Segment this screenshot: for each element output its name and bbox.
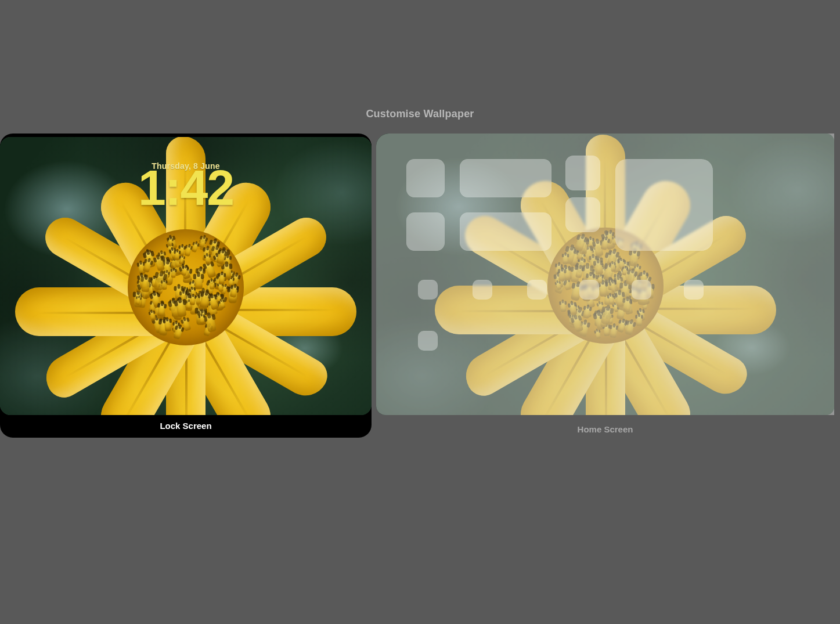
widget-small [565,156,600,190]
widget-small [406,212,445,251]
app-icon [473,280,492,300]
app-icon [527,280,547,300]
page-title: Customise Wallpaper [0,108,840,120]
home-grid-overlay [376,134,834,415]
app-icon [632,280,651,300]
lock-screen-label: Lock Screen [0,415,372,438]
wallpaper-customiser: Customise Wallpaper Thursday, 8 June 1:4… [0,0,840,624]
home-screen-card[interactable]: Home Screen [376,134,834,438]
app-icon [418,280,438,300]
lockscreen-time[interactable]: 1:42 [0,163,372,212]
widget-small [565,197,600,232]
app-icon [418,331,438,351]
widget-small [406,159,445,197]
lock-screen-card[interactable]: Thursday, 8 June 1:42 Lock Screen [0,134,372,438]
widget-medium [460,212,551,251]
lock-screen-preview[interactable]: Thursday, 8 June 1:42 [0,137,372,415]
app-icon [684,280,704,300]
home-screen-preview[interactable] [376,134,834,415]
home-screen-label: Home Screen [376,424,834,434]
widget-medium [460,159,551,197]
widget-large [615,159,713,251]
app-icon [579,280,599,300]
preview-row: Thursday, 8 June 1:42 Lock Screen [0,134,834,438]
